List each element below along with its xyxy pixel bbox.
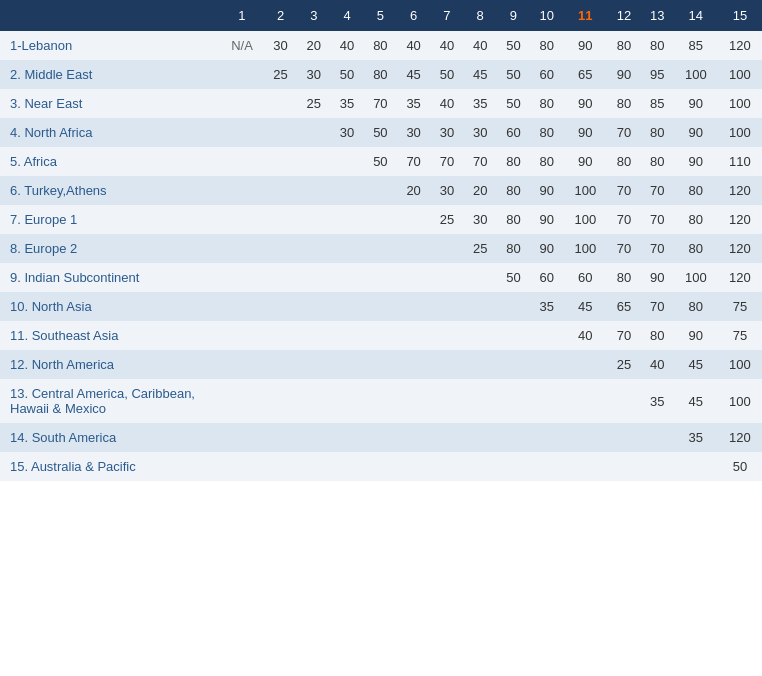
cell-row15-col14 xyxy=(674,452,718,481)
cell-row1-col5: 80 xyxy=(364,31,397,60)
cell-row4-col7: 30 xyxy=(430,118,463,147)
cell-row5-col4 xyxy=(330,147,363,176)
cell-row5-col2 xyxy=(264,147,297,176)
cell-row9-col8 xyxy=(464,263,497,292)
cell-row2-col3: 30 xyxy=(297,60,330,89)
cell-row9-col11: 60 xyxy=(563,263,607,292)
cell-row7-col1 xyxy=(220,205,264,234)
cell-row1-col7: 40 xyxy=(430,31,463,60)
region-label: 1-Lebanon xyxy=(0,31,220,60)
cell-row6-col11: 100 xyxy=(563,176,607,205)
table-row: 4. North Africa3050303030608090708090100 xyxy=(0,118,762,147)
cell-row10-col15: 75 xyxy=(718,292,762,321)
cell-row14-col12 xyxy=(607,423,640,452)
region-label: 15. Australia & Pacific xyxy=(0,452,220,481)
cell-row1-col4: 40 xyxy=(330,31,363,60)
cell-row6-col3 xyxy=(297,176,330,205)
cell-row14-col7 xyxy=(430,423,463,452)
cell-row11-col3 xyxy=(297,321,330,350)
cell-row5-col7: 70 xyxy=(430,147,463,176)
cell-row15-col7 xyxy=(430,452,463,481)
cell-row1-col13: 80 xyxy=(641,31,674,60)
cell-row8-col13: 70 xyxy=(641,234,674,263)
header-col-15: 15 xyxy=(718,0,762,31)
cell-row7-col2 xyxy=(264,205,297,234)
cell-row3-col2 xyxy=(264,89,297,118)
cell-row3-col3: 25 xyxy=(297,89,330,118)
cell-row15-col15: 50 xyxy=(718,452,762,481)
cell-row4-col4: 30 xyxy=(330,118,363,147)
cell-row12-col8 xyxy=(464,350,497,379)
cell-row2-col7: 50 xyxy=(430,60,463,89)
cell-row5-col8: 70 xyxy=(464,147,497,176)
header-col-13: 13 xyxy=(641,0,674,31)
cell-row5-col10: 80 xyxy=(530,147,563,176)
cell-row3-col8: 35 xyxy=(464,89,497,118)
cell-row2-col14: 100 xyxy=(674,60,718,89)
cell-row10-col7 xyxy=(430,292,463,321)
cell-row6-col5 xyxy=(364,176,397,205)
cell-row11-col10 xyxy=(530,321,563,350)
cell-row10-col4 xyxy=(330,292,363,321)
cell-row12-col2 xyxy=(264,350,297,379)
cell-row14-col1 xyxy=(220,423,264,452)
cell-row12-col15: 100 xyxy=(718,350,762,379)
region-label: 9. Indian Subcontinent xyxy=(0,263,220,292)
cell-row2-col6: 45 xyxy=(397,60,430,89)
cell-row11-col8 xyxy=(464,321,497,350)
cell-row10-col13: 70 xyxy=(641,292,674,321)
region-label: 14. South America xyxy=(0,423,220,452)
region-label: 12. North America xyxy=(0,350,220,379)
cell-row9-col2 xyxy=(264,263,297,292)
cell-row5-col12: 80 xyxy=(607,147,640,176)
table-row: 15. Australia & Pacific50 xyxy=(0,452,762,481)
cell-row15-col13 xyxy=(641,452,674,481)
cell-row4-col10: 80 xyxy=(530,118,563,147)
cell-row7-col9: 80 xyxy=(497,205,530,234)
cell-row7-col3 xyxy=(297,205,330,234)
cell-row13-col7 xyxy=(430,379,463,423)
cell-row10-col8 xyxy=(464,292,497,321)
cell-row9-col7 xyxy=(430,263,463,292)
pricing-table: 1 2 3 4 5 6 7 8 9 10 11 12 13 14 15 1-Le… xyxy=(0,0,762,481)
cell-row4-col15: 100 xyxy=(718,118,762,147)
header-col-1: 1 xyxy=(220,0,264,31)
cell-row10-col3 xyxy=(297,292,330,321)
header-col-9: 9 xyxy=(497,0,530,31)
cell-row1-col9: 50 xyxy=(497,31,530,60)
cell-row12-col12: 25 xyxy=(607,350,640,379)
table-row: 11. Southeast Asia4070809075 xyxy=(0,321,762,350)
cell-row1-col1: N/A xyxy=(220,31,264,60)
cell-row14-col10 xyxy=(530,423,563,452)
cell-row1-col6: 40 xyxy=(397,31,430,60)
cell-row12-col9 xyxy=(497,350,530,379)
cell-row13-col13: 35 xyxy=(641,379,674,423)
cell-row4-col12: 70 xyxy=(607,118,640,147)
cell-row9-col5 xyxy=(364,263,397,292)
cell-row12-col1 xyxy=(220,350,264,379)
cell-row6-col1 xyxy=(220,176,264,205)
cell-row14-col15: 120 xyxy=(718,423,762,452)
cell-row6-col14: 80 xyxy=(674,176,718,205)
cell-row10-col2 xyxy=(264,292,297,321)
table-row: 6. Turkey,Athens2030208090100707080120 xyxy=(0,176,762,205)
cell-row3-col4: 35 xyxy=(330,89,363,118)
cell-row8-col11: 100 xyxy=(563,234,607,263)
header-col-11: 11 xyxy=(563,0,607,31)
cell-row6-col2 xyxy=(264,176,297,205)
cell-row2-col5: 80 xyxy=(364,60,397,89)
cell-row2-col2: 25 xyxy=(264,60,297,89)
cell-row8-col1 xyxy=(220,234,264,263)
cell-row15-col2 xyxy=(264,452,297,481)
cell-row3-col13: 85 xyxy=(641,89,674,118)
cell-row6-col6: 20 xyxy=(397,176,430,205)
region-label: 10. North Asia xyxy=(0,292,220,321)
cell-row15-col9 xyxy=(497,452,530,481)
cell-row1-col2: 30 xyxy=(264,31,297,60)
cell-row4-col8: 30 xyxy=(464,118,497,147)
header-col-4: 4 xyxy=(330,0,363,31)
cell-row14-col11 xyxy=(563,423,607,452)
header-col-7: 7 xyxy=(430,0,463,31)
cell-row9-col14: 100 xyxy=(674,263,718,292)
region-label: 7. Europe 1 xyxy=(0,205,220,234)
